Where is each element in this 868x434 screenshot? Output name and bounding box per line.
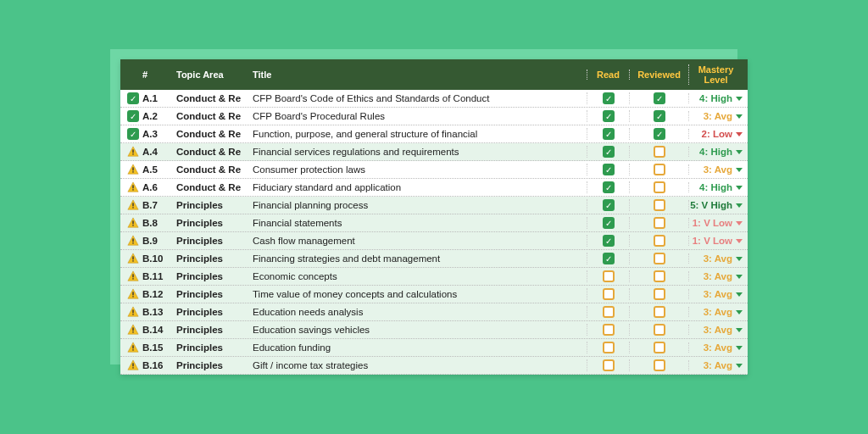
mastery-label: 3: Avg xyxy=(704,289,732,299)
cell-mastery[interactable]: 1: V Low xyxy=(688,236,748,246)
checkbox-unchecked[interactable] xyxy=(603,324,615,336)
cell-number: B.14 xyxy=(142,325,176,335)
checkbox-unchecked[interactable] xyxy=(654,359,665,371)
cell-reviewed xyxy=(629,199,688,211)
cell-read: ✓ xyxy=(587,128,629,140)
cell-mastery[interactable]: 3: Avg xyxy=(688,289,748,299)
cell-mastery[interactable]: 3: Avg xyxy=(688,164,748,175)
checkbox-checked[interactable]: ✓ xyxy=(603,146,615,158)
cell-mastery[interactable]: 3: Avg xyxy=(688,325,748,335)
dropdown-caret-icon[interactable] xyxy=(736,310,743,314)
dropdown-caret-icon[interactable] xyxy=(736,221,743,225)
checkbox-checked[interactable]: ✓ xyxy=(603,235,615,247)
cell-reviewed xyxy=(629,146,688,158)
mastery-label: 4: High xyxy=(699,93,732,103)
checkbox-unchecked[interactable] xyxy=(654,217,665,229)
svg-rect-4 xyxy=(132,167,133,170)
cell-read xyxy=(587,270,629,282)
checkbox-checked[interactable]: ✓ xyxy=(654,128,665,140)
checkbox-unchecked[interactable] xyxy=(654,288,665,300)
dropdown-caret-icon[interactable] xyxy=(736,132,743,136)
table-row: A.6Conduct & ReFiduciary standard and ap… xyxy=(120,179,748,197)
cell-mastery[interactable]: 3: Avg xyxy=(688,271,748,281)
checkbox-checked[interactable]: ✓ xyxy=(654,110,665,122)
checkbox-unchecked[interactable] xyxy=(654,181,665,193)
dropdown-caret-icon[interactable] xyxy=(736,186,743,190)
checkbox-checked[interactable]: ✓ xyxy=(603,164,615,175)
mastery-label: 3: Avg xyxy=(704,307,732,317)
cell-status xyxy=(124,359,142,371)
dropdown-caret-icon[interactable] xyxy=(736,364,743,368)
checkbox-unchecked[interactable] xyxy=(603,359,615,371)
checkbox-checked[interactable]: ✓ xyxy=(603,92,615,104)
checkbox-checked[interactable]: ✓ xyxy=(654,92,665,104)
svg-rect-11 xyxy=(132,207,133,208)
checkbox-unchecked[interactable] xyxy=(654,199,665,211)
table-row: B.13PrinciplesEducation needs analysis3:… xyxy=(120,303,748,321)
dropdown-caret-icon[interactable] xyxy=(736,257,743,261)
cell-mastery[interactable]: 3: Avg xyxy=(688,342,748,353)
checkbox-checked[interactable]: ✓ xyxy=(603,110,615,122)
cell-area: Conduct & Re xyxy=(176,182,253,192)
header-area: Topic Area xyxy=(176,70,253,80)
cell-mastery[interactable]: 3: Avg xyxy=(688,111,748,121)
checkbox-unchecked[interactable] xyxy=(603,288,615,300)
checkbox-checked[interactable]: ✓ xyxy=(603,217,615,229)
checkbox-unchecked[interactable] xyxy=(654,342,665,353)
svg-rect-5 xyxy=(132,171,133,172)
checkbox-unchecked[interactable] xyxy=(654,146,665,158)
checkbox-unchecked[interactable] xyxy=(654,253,665,264)
dropdown-caret-icon[interactable] xyxy=(736,203,743,208)
checkbox-checked[interactable]: ✓ xyxy=(603,181,615,193)
checkbox-unchecked[interactable] xyxy=(654,306,665,318)
dropdown-caret-icon[interactable] xyxy=(736,168,743,172)
cell-read xyxy=(587,359,629,371)
checkbox-unchecked[interactable] xyxy=(603,342,615,353)
cell-read: ✓ xyxy=(587,92,629,104)
cell-reviewed xyxy=(629,359,688,371)
dropdown-caret-icon[interactable] xyxy=(736,114,743,119)
cell-area: Conduct & Re xyxy=(176,164,253,175)
checkbox-unchecked[interactable] xyxy=(654,270,665,282)
cell-reviewed xyxy=(629,306,688,318)
dropdown-caret-icon[interactable] xyxy=(736,275,743,279)
cell-mastery[interactable]: 3: Avg xyxy=(688,360,748,370)
cell-mastery[interactable]: 3: Avg xyxy=(688,253,748,264)
dropdown-caret-icon[interactable] xyxy=(736,150,743,154)
cell-mastery[interactable]: 4: High xyxy=(688,93,748,103)
mastery-label: 3: Avg xyxy=(704,360,732,370)
cell-mastery[interactable]: 5: V High xyxy=(688,200,748,210)
svg-rect-1 xyxy=(132,149,133,153)
cell-mastery[interactable]: 2: Low xyxy=(688,129,748,139)
cell-mastery[interactable]: 4: High xyxy=(688,147,748,157)
checkbox-checked[interactable]: ✓ xyxy=(603,253,615,264)
checkbox-checked[interactable]: ✓ xyxy=(603,199,615,211)
cell-number: B.12 xyxy=(142,289,176,299)
svg-rect-26 xyxy=(132,296,133,297)
cell-area: Principles xyxy=(176,253,253,264)
dropdown-caret-icon[interactable] xyxy=(736,346,743,350)
checkbox-unchecked[interactable] xyxy=(603,270,615,282)
cell-mastery[interactable]: 1: V Low xyxy=(688,218,748,228)
cell-area: Principles xyxy=(176,360,253,370)
checkbox-unchecked[interactable] xyxy=(603,306,615,318)
dropdown-caret-icon[interactable] xyxy=(736,239,743,243)
cell-mastery[interactable]: 4: High xyxy=(688,182,748,192)
header-read: Read xyxy=(587,70,629,80)
dropdown-caret-icon[interactable] xyxy=(736,292,743,297)
mastery-label: 1: V Low xyxy=(693,236,732,246)
table-row: A.5Conduct & ReConsumer protection laws✓… xyxy=(120,161,748,179)
cell-title: Education needs analysis xyxy=(253,307,587,317)
cell-read: ✓ xyxy=(587,181,629,193)
checkbox-unchecked[interactable] xyxy=(654,324,665,336)
table-row: B.14PrinciplesEducation savings vehicles… xyxy=(120,321,748,339)
dropdown-caret-icon[interactable] xyxy=(736,328,743,332)
cell-status xyxy=(124,324,142,336)
dropdown-caret-icon[interactable] xyxy=(736,97,743,101)
cell-mastery[interactable]: 3: Avg xyxy=(688,307,748,317)
checkbox-unchecked[interactable] xyxy=(654,164,665,175)
cell-status xyxy=(124,288,142,300)
checkbox-checked[interactable]: ✓ xyxy=(603,128,615,140)
mastery-label: 3: Avg xyxy=(704,342,732,353)
checkbox-unchecked[interactable] xyxy=(654,235,665,247)
